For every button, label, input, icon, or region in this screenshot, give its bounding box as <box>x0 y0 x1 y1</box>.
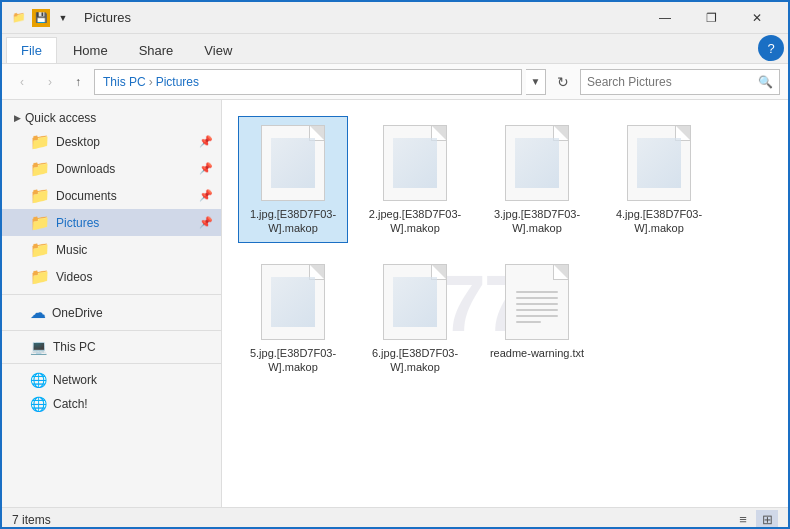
ribbon-tabs: File Home Share View ? <box>2 34 788 64</box>
line-1 <box>516 291 558 293</box>
close-button[interactable]: ✕ <box>734 2 780 34</box>
back-button[interactable]: ‹ <box>10 70 34 94</box>
pictures-folder-icon: 📁 <box>30 213 50 232</box>
file-item-6[interactable]: 6.jpg.[E38D7F03-W].makop <box>360 255 470 382</box>
line-2 <box>516 297 558 299</box>
title-bar-app-icons: 📁 💾 ▼ <box>10 9 72 27</box>
file-item-3[interactable]: 3.jpg.[E38D7F03-W].makop <box>482 116 592 243</box>
sidebar-label-documents: Documents <box>56 189 117 203</box>
sidebar-item-desktop[interactable]: 📁 Desktop 📌 <box>2 128 221 155</box>
catch-icon: 🌐 <box>30 396 47 412</box>
file-img-5 <box>271 277 315 327</box>
status-bar: 7 items ≡ ⊞ <box>2 507 788 529</box>
file-icon-5 <box>257 262 329 342</box>
file-page-1 <box>261 125 325 201</box>
view-list-button[interactable]: ≡ <box>732 510 754 530</box>
file-page-3 <box>505 125 569 201</box>
item-count: 7 items <box>12 513 51 527</box>
app-icon-folder: 📁 <box>10 9 28 27</box>
file-img-6 <box>393 277 437 327</box>
file-name-2: 2.jpeg.[E38D7F03-W].makop <box>367 207 463 236</box>
view-grid-button[interactable]: ⊞ <box>756 510 778 530</box>
file-name-1: 1.jpg.[E38D7F03-W].makop <box>245 207 341 236</box>
main-layout: ▶ Quick access 📁 Desktop 📌 📁 Downloads 📌… <box>2 100 788 507</box>
sidebar-quickaccess-header[interactable]: ▶ Quick access <box>2 108 221 128</box>
up-button[interactable]: ↑ <box>66 70 90 94</box>
file-lines-7 <box>506 271 568 333</box>
sidebar-label-music: Music <box>56 243 87 257</box>
quickaccess-chevron: ▶ <box>14 113 21 123</box>
address-path[interactable]: This PC › Pictures <box>94 69 522 95</box>
desktop-pin-icon: 📌 <box>199 135 213 148</box>
file-item-7[interactable]: readme-warning.txt <box>482 255 592 382</box>
tab-view[interactable]: View <box>189 37 247 63</box>
sidebar-label-desktop: Desktop <box>56 135 100 149</box>
network-icon: 🌐 <box>30 372 47 388</box>
music-folder-icon: 📁 <box>30 240 50 259</box>
file-img-1 <box>271 138 315 188</box>
sidebar-label-network: Network <box>53 373 97 387</box>
maximize-button[interactable]: ❐ <box>688 2 734 34</box>
file-item-1[interactable]: 1.jpg.[E38D7F03-W].makop <box>238 116 348 243</box>
file-page-2 <box>383 125 447 201</box>
forward-button[interactable]: › <box>38 70 62 94</box>
line-4 <box>516 309 558 311</box>
search-icon: 🔍 <box>758 75 773 89</box>
file-item-2[interactable]: 2.jpeg.[E38D7F03-W].makop <box>360 116 470 243</box>
help-button[interactable]: ? <box>758 35 784 61</box>
address-dropdown[interactable]: ▼ <box>526 69 546 95</box>
sidebar-item-documents[interactable]: 📁 Documents 📌 <box>2 182 221 209</box>
address-bar: ‹ › ↑ This PC › Pictures ▼ ↻ 🔍 <box>2 64 788 100</box>
file-img-2 <box>393 138 437 188</box>
sidebar-item-catch[interactable]: 🌐 Catch! <box>2 392 221 416</box>
file-icon-4 <box>623 123 695 203</box>
file-item-4[interactable]: 4.jpg.[E38D7F03-W].makop <box>604 116 714 243</box>
sidebar-label-videos: Videos <box>56 270 92 284</box>
sidebar-label-thispc: This PC <box>53 340 96 354</box>
videos-folder-icon: 📁 <box>30 267 50 286</box>
file-corner-7 <box>554 265 568 279</box>
file-img-3 <box>515 138 559 188</box>
documents-folder-icon: 📁 <box>30 186 50 205</box>
documents-pin-icon: 📌 <box>199 189 213 202</box>
sidebar-divider-3 <box>2 363 221 364</box>
sidebar-item-thispc[interactable]: 💻 This PC <box>2 335 221 359</box>
file-icon-7 <box>501 262 573 342</box>
sidebar-item-music[interactable]: 📁 Music <box>2 236 221 263</box>
window-controls: — ❐ ✕ <box>642 2 780 34</box>
sidebar-item-onedrive[interactable]: ☁ OneDrive <box>2 299 221 326</box>
view-controls: ≡ ⊞ <box>732 510 778 530</box>
window-title: Pictures <box>80 10 642 25</box>
file-item-5[interactable]: 5.jpg.[E38D7F03-W].makop <box>238 255 348 382</box>
search-input[interactable] <box>587 75 754 89</box>
search-box[interactable]: 🔍 <box>580 69 780 95</box>
file-name-7: readme-warning.txt <box>490 346 584 360</box>
title-bar: 📁 💾 ▼ Pictures — ❐ ✕ <box>2 2 788 34</box>
app-icon-pin: ▼ <box>54 9 72 27</box>
pictures-pin-icon: 📌 <box>199 216 213 229</box>
sidebar-divider-2 <box>2 330 221 331</box>
tab-home[interactable]: Home <box>58 37 123 63</box>
sidebar-item-network[interactable]: 🌐 Network <box>2 368 221 392</box>
file-name-3: 3.jpg.[E38D7F03-W].makop <box>489 207 585 236</box>
path-pictures[interactable]: Pictures <box>156 75 199 89</box>
line-3 <box>516 303 558 305</box>
downloads-pin-icon: 📌 <box>199 162 213 175</box>
files-grid: 1.jpg.[E38D7F03-W].makop 2.jpeg.[E38D7F0… <box>222 100 788 397</box>
file-page-7 <box>505 264 569 340</box>
thispc-icon: 💻 <box>30 339 47 355</box>
sidebar-item-videos[interactable]: 📁 Videos <box>2 263 221 290</box>
tab-share[interactable]: Share <box>124 37 189 63</box>
line-5 <box>516 315 558 317</box>
file-icon-1 <box>257 123 329 203</box>
sidebar-quickaccess-label: Quick access <box>25 111 96 125</box>
sidebar-item-pictures[interactable]: 📁 Pictures 📌 <box>2 209 221 236</box>
sidebar: ▶ Quick access 📁 Desktop 📌 📁 Downloads 📌… <box>2 100 222 507</box>
downloads-folder-icon: 📁 <box>30 159 50 178</box>
sidebar-item-downloads[interactable]: 📁 Downloads 📌 <box>2 155 221 182</box>
tab-file[interactable]: File <box>6 37 57 63</box>
refresh-button[interactable]: ↻ <box>550 69 576 95</box>
path-sep-1: › <box>149 75 153 89</box>
path-thispc[interactable]: This PC <box>103 75 146 89</box>
minimize-button[interactable]: — <box>642 2 688 34</box>
